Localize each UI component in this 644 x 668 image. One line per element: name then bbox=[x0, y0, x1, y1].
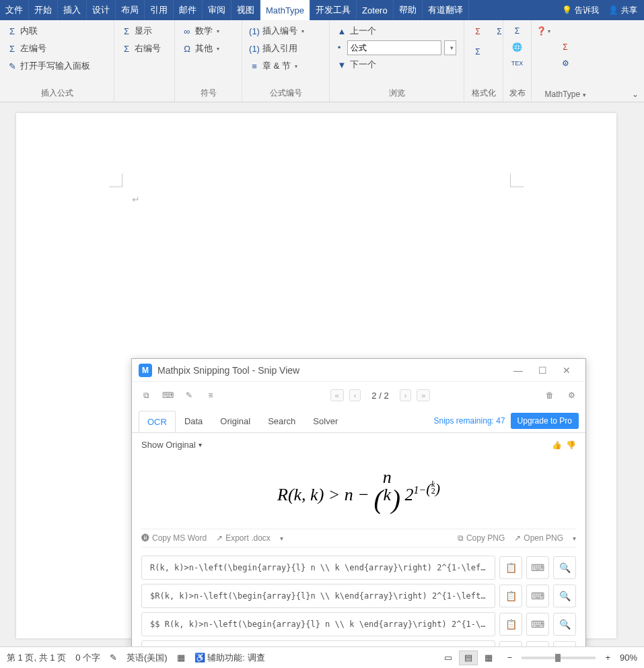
last-page-button[interactable]: » bbox=[417, 389, 430, 401]
mt-sigma-red-button[interactable]: Σ bbox=[536, 42, 595, 53]
delete-icon[interactable]: 🗑 bbox=[542, 388, 557, 403]
minimize-button[interactable]: — bbox=[506, 361, 530, 380]
web-layout-button[interactable]: ▦ bbox=[479, 650, 498, 665]
read-mode-button[interactable]: ▭ bbox=[439, 650, 458, 665]
tab-zotero[interactable]: Zotero bbox=[357, 0, 394, 20]
insert-number-button[interactable]: (1)插入编号▾ bbox=[246, 23, 325, 39]
tab-search[interactable]: Search bbox=[259, 410, 304, 432]
export-icon: ↗ bbox=[216, 533, 223, 543]
formula-combo[interactable]: 公式 bbox=[347, 40, 441, 55]
tab-mail[interactable]: 邮件 bbox=[174, 0, 203, 20]
zoom-level[interactable]: 90% bbox=[620, 653, 637, 663]
publish-tex-button[interactable]: TEX bbox=[512, 58, 523, 69]
tab-ocr[interactable]: OCR bbox=[139, 411, 176, 432]
prev-formula-button[interactable]: ▲上一个 bbox=[334, 23, 460, 39]
tab-review[interactable]: 审阅 bbox=[203, 0, 231, 20]
show-original-toggle[interactable]: Show Original ▾ bbox=[141, 440, 202, 450]
inline-button[interactable]: Σ内联 bbox=[4, 23, 110, 39]
zoom-out-button[interactable]: − bbox=[507, 653, 513, 663]
next-formula-button[interactable]: ▼下一个 bbox=[334, 57, 460, 73]
search-button[interactable]: 🔍 bbox=[553, 556, 576, 579]
edit-icon[interactable]: ✎ bbox=[182, 388, 196, 403]
export-docx-button[interactable]: ↗Export .docx bbox=[216, 533, 271, 543]
tell-me[interactable]: 💡 告诉我 bbox=[562, 5, 599, 16]
more-png-button[interactable]: ▾ bbox=[573, 535, 576, 542]
keyboard-button[interactable]: ⌨ bbox=[526, 556, 549, 579]
share-button[interactable]: 👤 共享 bbox=[608, 5, 637, 16]
thumbs-up-icon[interactable]: 👍 bbox=[552, 440, 562, 450]
thumbs-down-icon[interactable]: 👎 bbox=[566, 440, 576, 450]
tab-home[interactable]: 开始 bbox=[29, 0, 58, 20]
lightbulb-icon: 💡 bbox=[562, 5, 572, 15]
snip-screen-icon[interactable]: ⧉ bbox=[139, 388, 153, 403]
prev-page-button[interactable]: ‹ bbox=[349, 389, 361, 401]
tab-solver[interactable]: Solver bbox=[304, 410, 347, 432]
publish-sigma-button[interactable]: Σ bbox=[512, 26, 523, 36]
search-button[interactable]: 🔍 bbox=[553, 641, 576, 646]
publish-globe-button[interactable]: 🌐 bbox=[512, 42, 523, 53]
list-icon[interactable]: ≡ bbox=[203, 388, 218, 403]
copy-button[interactable]: 📋 bbox=[499, 641, 522, 646]
keyboard-button[interactable]: ⌨ bbox=[526, 584, 549, 607]
latex-row-3[interactable]: $$ R(k, k)>n-\left(\begin{array}{l} n \\… bbox=[141, 612, 495, 636]
right-number-button[interactable]: Σ右编号 bbox=[118, 40, 170, 57]
upgrade-button[interactable]: Upgrade to Pro bbox=[511, 413, 579, 429]
copy-ms-word-button[interactable]: 🅦Copy MS Word bbox=[141, 533, 207, 543]
keyboard-icon[interactable]: ⌨ bbox=[160, 388, 175, 403]
tab-layout[interactable]: 布局 bbox=[116, 0, 145, 20]
mathpix-titlebar[interactable]: M Mathpix Snipping Tool - Snip View — ☐ … bbox=[132, 359, 585, 382]
tab-mathtype[interactable]: MathType bbox=[260, 0, 310, 20]
close-button[interactable]: ✕ bbox=[554, 361, 579, 380]
first-page-button[interactable]: « bbox=[330, 389, 344, 401]
format-sigma-button[interactable]: Σ bbox=[468, 23, 487, 40]
mt-settings-button[interactable]: ⚙ bbox=[536, 58, 595, 69]
page-count[interactable]: 第 1 页, 共 1 页 bbox=[7, 652, 66, 664]
copy-button[interactable]: 📋 bbox=[499, 613, 522, 636]
display-button[interactable]: Σ显示 bbox=[118, 23, 170, 39]
search-button[interactable]: 🔍 bbox=[553, 613, 576, 636]
latex-row-1[interactable]: R(k, k)>n-\left(\begin{array}{l} n \\ k … bbox=[141, 556, 495, 580]
latex-row-4[interactable]: \begin{equation} R(k, k)>n-\left(\begin{… bbox=[141, 640, 495, 646]
next-page-button[interactable]: › bbox=[400, 389, 412, 401]
document-area: ↵ M Mathpix Snipping Tool - Snip View — … bbox=[0, 102, 644, 646]
open-png-button[interactable]: ↗Open PNG bbox=[514, 533, 563, 543]
print-layout-button[interactable]: ▤ bbox=[459, 650, 478, 665]
keyboard-button[interactable]: ⌨ bbox=[526, 641, 549, 646]
search-button[interactable]: 🔍 bbox=[553, 584, 576, 607]
tab-developer[interactable]: 开发工具 bbox=[310, 0, 357, 20]
spellcheck-icon[interactable]: ✎ bbox=[110, 653, 117, 663]
math-symbols-button[interactable]: ∞数学▾ bbox=[179, 23, 238, 39]
zoom-slider[interactable] bbox=[522, 657, 596, 659]
zoom-in-button[interactable]: + bbox=[605, 653, 610, 663]
more-actions-button[interactable]: ▾ bbox=[280, 535, 283, 542]
tab-youdao[interactable]: 有道翻译 bbox=[423, 0, 469, 20]
tab-design[interactable]: 设计 bbox=[87, 0, 116, 20]
settings-icon[interactable]: ⚙ bbox=[564, 388, 579, 403]
keyboard-button[interactable]: ⌨ bbox=[526, 613, 549, 636]
macro-icon[interactable]: ▦ bbox=[177, 653, 185, 663]
left-number-button[interactable]: Σ左编号 bbox=[4, 40, 110, 57]
chapter-section-button[interactable]: ≡章 & 节▾ bbox=[246, 58, 325, 74]
insert-ref-button[interactable]: (1)插入引用 bbox=[246, 40, 325, 57]
accessibility[interactable]: ♿ 辅助功能: 调查 bbox=[194, 652, 265, 664]
copy-button[interactable]: 📋 bbox=[499, 556, 522, 579]
tab-help[interactable]: 帮助 bbox=[394, 0, 423, 20]
maximize-button[interactable]: ☐ bbox=[530, 361, 554, 380]
collapse-ribbon-button[interactable]: ⌄ bbox=[632, 90, 639, 99]
copy-button[interactable]: 📋 bbox=[499, 584, 522, 607]
tab-file[interactable]: 文件 bbox=[0, 0, 29, 20]
help-button[interactable]: ❓▾ bbox=[536, 26, 550, 36]
word-count[interactable]: 0 个字 bbox=[75, 652, 100, 664]
formula-combo-arrow[interactable]: ▾ bbox=[444, 40, 456, 55]
other-symbols-button[interactable]: Ω其他▾ bbox=[179, 40, 238, 57]
tab-references[interactable]: 引用 bbox=[145, 0, 174, 20]
tab-view[interactable]: 视图 bbox=[231, 0, 260, 20]
tab-insert[interactable]: 插入 bbox=[58, 0, 87, 20]
language[interactable]: 英语(美国) bbox=[127, 652, 168, 664]
tab-original[interactable]: Original bbox=[211, 410, 259, 432]
tab-data[interactable]: Data bbox=[176, 410, 211, 432]
latex-row-2[interactable]: $R(k, k)>n-\left(\begin{array}{l}n \\ k\… bbox=[141, 584, 495, 608]
copy-png-button[interactable]: ⧉Copy PNG bbox=[458, 533, 505, 543]
handwriting-button[interactable]: ✎打开手写输入面板 bbox=[4, 58, 110, 74]
format-sigma-arrow-button[interactable]: Σ bbox=[468, 43, 487, 61]
